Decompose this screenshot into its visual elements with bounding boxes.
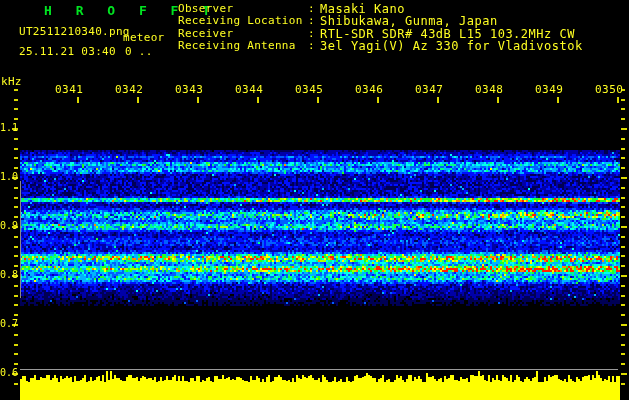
freq-tick-label: 0.8 <box>0 269 17 281</box>
hrofft-window: H R O F F T UT2511210340.png meteor 25.1… <box>0 0 629 400</box>
time-tick-label: 0347 <box>415 83 449 96</box>
info-colon: : <box>308 15 320 27</box>
freq-axis-unit: kHz <box>1 75 22 88</box>
info-label: Receiving Location <box>178 15 308 27</box>
time-tick-label: 0349 <box>535 83 569 96</box>
time-tick-label: 0341 <box>55 83 89 96</box>
freq-tick-label: 0.7 <box>0 318 17 330</box>
output-filename: UT2511210340.png <box>19 25 130 38</box>
freq-tick-label: 1.1 <box>0 122 17 134</box>
info-row-antenna: Receiving Antenna:3el Yagi(V) Az 330 for… <box>178 40 583 52</box>
info-value: Shibukawa, Gunma, Japan <box>320 15 498 27</box>
station-info: Observer:Masaki Kano Receiving Location:… <box>178 3 583 52</box>
meteor-count: 0 .. <box>125 45 153 58</box>
freq-tick-label: 1.0 <box>0 171 17 183</box>
time-tick-label: 0344 <box>235 83 269 96</box>
info-colon: : <box>308 40 320 52</box>
info-value: 3el Yagi(V) Az 330 for Vladivostok <box>320 40 583 52</box>
time-tick-label: 0346 <box>355 83 389 96</box>
datetime-label: 25.11.21 03:40 <box>19 45 116 58</box>
spectrogram-canvas <box>0 0 629 400</box>
time-tick-label: 0350 <box>595 83 629 96</box>
time-tick-label: 0345 <box>295 83 329 96</box>
mode-label: meteor <box>123 31 165 44</box>
freq-tick-label: 0.9 <box>0 220 17 232</box>
time-tick-label: 0342 <box>115 83 149 96</box>
time-tick-label: 0343 <box>175 83 209 96</box>
info-label: Receiving Antenna <box>178 40 308 52</box>
time-tick-label: 0348 <box>475 83 509 96</box>
freq-tick-label: 0.6 <box>0 367 17 379</box>
info-row-location: Receiving Location:Shibukawa, Gunma, Jap… <box>178 15 583 27</box>
